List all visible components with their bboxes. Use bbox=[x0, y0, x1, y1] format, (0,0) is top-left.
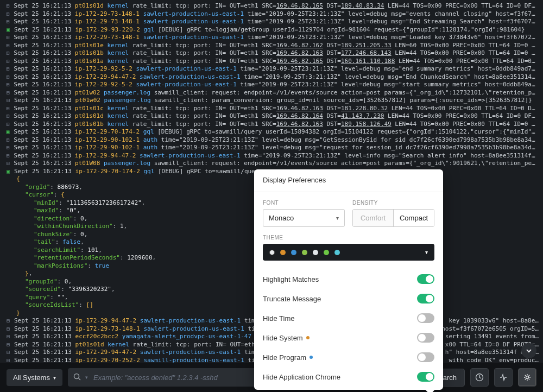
expand-icon[interactable]: ▣ bbox=[4, 128, 11, 136]
theme-swatch[interactable] bbox=[280, 250, 286, 255]
toggle-label: Highlight Matches bbox=[263, 275, 319, 283]
log-line[interactable]: ⊞Sept 25 16:21:13 pt01w02 passenger.log … bbox=[4, 97, 539, 105]
expand-icon[interactable]: ⊞ bbox=[4, 18, 11, 26]
log-message: rate_limit: tcp: port: IN= OUT=eth1 SRC bbox=[133, 341, 273, 348]
expand-icon[interactable]: ⊞ bbox=[4, 65, 11, 73]
timestamp: Sept 25 16:21:13 bbox=[14, 49, 71, 56]
program-name: kernel bbox=[107, 112, 129, 119]
timestamp: Sept 25 16:21:13 bbox=[14, 333, 72, 340]
log-message: sawmill_client: request: endpoint=/v1/ev… bbox=[154, 89, 539, 96]
expand-icon[interactable]: ⊞ bbox=[4, 34, 11, 42]
expand-icon[interactable]: ⊞ bbox=[4, 121, 11, 129]
toggle-switch[interactable] bbox=[417, 333, 434, 343]
log-line[interactable]: ⊞Sept 25 16:21:13 ip-172-29-94-47-2 sawl… bbox=[4, 152, 539, 160]
activity-button[interactable] bbox=[494, 368, 513, 387]
log-line[interactable]: ⊞Sept 25 16:21:13 ip-172-29-73-148-1 saw… bbox=[4, 10, 539, 18]
theme-swatch[interactable] bbox=[302, 250, 307, 255]
log-line[interactable]: ⊞Sept 25 16:21:13 pt01w02 passenger.log … bbox=[4, 89, 539, 97]
log-line[interactable]: ▣Sept 25 16:21:13 ip-172-29-93-220-2 gql… bbox=[4, 26, 539, 34]
log-line[interactable]: ⊞Sept 25 16:21:13 pt01s01a kernel rate_l… bbox=[4, 58, 539, 66]
expand-icon[interactable]: ⊞ bbox=[4, 152, 11, 160]
host-name: ip-172-29-70-252-2 bbox=[75, 357, 140, 363]
host-name: pt01w02 bbox=[75, 89, 100, 96]
font-select[interactable]: Monaco ▾ bbox=[263, 209, 345, 227]
expand-icon[interactable]: ⊞ bbox=[4, 89, 11, 97]
timestamp: Sept 25 16:21:13 bbox=[14, 2, 71, 9]
host-name: ip-172-29-93-220-2 bbox=[75, 26, 140, 33]
expand-icon[interactable]: ▣ bbox=[4, 168, 12, 176]
expand-icon[interactable]: ▣ bbox=[4, 26, 12, 34]
theme-swatch[interactable] bbox=[291, 250, 296, 255]
display-preferences-panel: Display Preferences FONT Monaco ▾ DENSIT… bbox=[254, 169, 443, 390]
log-line[interactable]: ⊞Sept 25 16:21:13 pt01s01e kernel rate_l… bbox=[4, 42, 539, 50]
expand-icon[interactable]: ⊞ bbox=[4, 112, 11, 121]
host-name: ip-172-29-73-148-1 bbox=[75, 18, 140, 25]
toggle-switch[interactable] bbox=[417, 352, 434, 362]
log-line[interactable]: ⊞Sept 25 16:21:13 ip-172-29-90-102-1 aut… bbox=[4, 144, 539, 152]
expand-icon[interactable]: ⊞ bbox=[4, 10, 11, 18]
expand-icon[interactable]: ⊞ bbox=[4, 333, 12, 341]
settings-button[interactable] bbox=[518, 368, 536, 387]
theme-select[interactable]: ▾ bbox=[263, 244, 434, 261]
log-line[interactable]: ⊞Sept 25 16:21:13 pt01s01d kernel rate_l… bbox=[4, 2, 539, 10]
program-name: sawlert-production-us-east-1 bbox=[140, 152, 240, 159]
host-name: ip-172-29-70-174-2 bbox=[75, 128, 140, 135]
expand-icon[interactable]: ⊞ bbox=[4, 325, 12, 333]
expand-icon[interactable]: ⊞ bbox=[4, 136, 11, 144]
expand-icon[interactable]: ⊞ bbox=[4, 49, 11, 58]
log-line[interactable]: ⊞Sept 25 16:21:13 pt01W08 passenger.log … bbox=[4, 160, 539, 168]
scroll-to-bottom-button[interactable] bbox=[521, 343, 536, 358]
toggle-switch[interactable] bbox=[417, 274, 434, 284]
expand-icon[interactable]: ⊞ bbox=[4, 317, 12, 325]
search-icon[interactable] bbox=[73, 373, 81, 382]
search-dropdown-icon[interactable]: ▾ bbox=[85, 375, 88, 380]
expand-icon[interactable]: ⊞ bbox=[4, 97, 12, 105]
theme-swatch[interactable] bbox=[324, 250, 329, 255]
expand-icon[interactable]: ⊞ bbox=[4, 2, 11, 10]
log-line[interactable]: ⊞Sept 25 16:21:13 ip-172-29-90-102-1 aut… bbox=[4, 136, 539, 144]
log-line[interactable]: ⊞Sept 25 16:21:13 ip-172-29-94-47-2 sawl… bbox=[4, 73, 539, 81]
expand-icon[interactable]: ⊞ bbox=[4, 349, 12, 357]
log-line[interactable]: ⊞Sept 25 16:21:13 ip-172-29-92-5-2 sawle… bbox=[4, 81, 539, 89]
density-compact[interactable]: Compact bbox=[393, 210, 434, 226]
timestamp: Sept 25 16:21:13 bbox=[14, 160, 71, 167]
theme-swatch[interactable] bbox=[313, 250, 318, 255]
expand-icon[interactable]: ⊞ bbox=[4, 341, 12, 349]
timestamp: Sept 25 16:21:13 bbox=[14, 73, 71, 80]
theme-swatch[interactable] bbox=[269, 250, 275, 255]
expand-icon[interactable]: ⊞ bbox=[4, 105, 11, 113]
log-line[interactable]: ⊞Sept 25 16:21:13 pt01s01c kernel rate_l… bbox=[4, 105, 539, 113]
toggle-switch[interactable] bbox=[417, 372, 434, 382]
expand-icon[interactable]: ⊞ bbox=[4, 160, 11, 168]
log-line[interactable]: ⊞Sept 25 16:21:13 pt01s01b kernel rate_l… bbox=[4, 49, 539, 58]
program-name: yamagata-alerts_prodvpc-us-east-1-47 bbox=[122, 333, 251, 340]
timestamp: Sept 25 16:21:13 bbox=[14, 42, 71, 49]
chevron-down-icon: ▾ bbox=[425, 249, 428, 255]
expand-icon[interactable]: ⊞ bbox=[4, 42, 11, 50]
log-message: time="2019-09-25T23:21:13Z" level=debug … bbox=[241, 81, 539, 88]
toggle-label: Truncate Message bbox=[263, 295, 321, 303]
log-line[interactable]: ▣Sept 25 16:21:13 ip-172-29-70-174-2 gql… bbox=[4, 128, 539, 136]
log-line[interactable]: ⊞Sept 25 16:21:13 ip-172-29-73-148-1 saw… bbox=[4, 34, 539, 42]
log-line[interactable]: ⊞Sept 25 16:21:13 ip-172-29-92-5-2 sawle… bbox=[4, 65, 539, 73]
toggle-switch[interactable] bbox=[417, 294, 434, 304]
timestamp: Sept 25 16:21:13 bbox=[14, 168, 72, 175]
expand-icon[interactable]: ⊞ bbox=[4, 357, 12, 363]
theme-swatch[interactable] bbox=[334, 250, 340, 255]
expand-icon[interactable]: ⊞ bbox=[4, 58, 11, 66]
time-button[interactable] bbox=[470, 368, 489, 387]
expand-icon[interactable]: ⊞ bbox=[4, 73, 11, 81]
program-name: kernel bbox=[107, 58, 129, 65]
host-name: pt01s01d bbox=[75, 2, 104, 9]
expand-icon[interactable]: ⊞ bbox=[4, 81, 11, 89]
density-comfort[interactable]: Comfort bbox=[353, 210, 393, 226]
systems-dropdown[interactable]: All Systems ▾ bbox=[7, 369, 62, 386]
log-line[interactable]: ⊞Sept 25 16:21:13 pt01s01d kernel rate_l… bbox=[4, 112, 539, 121]
log-line[interactable]: ⊞Sept 25 16:21:13 pt01s01b kernel rate_l… bbox=[4, 121, 539, 129]
font-value: Monaco bbox=[269, 214, 294, 222]
toggle-switch[interactable] bbox=[417, 313, 434, 323]
expand-icon[interactable]: ⊞ bbox=[4, 144, 11, 152]
program-name: sawlert-production-us-east-1 bbox=[143, 10, 244, 17]
log-line[interactable]: ⊞Sept 25 16:21:13 ip-172-29-73-148-1 saw… bbox=[4, 18, 539, 26]
timestamp: Sept 25 16:21:13 bbox=[14, 81, 71, 88]
